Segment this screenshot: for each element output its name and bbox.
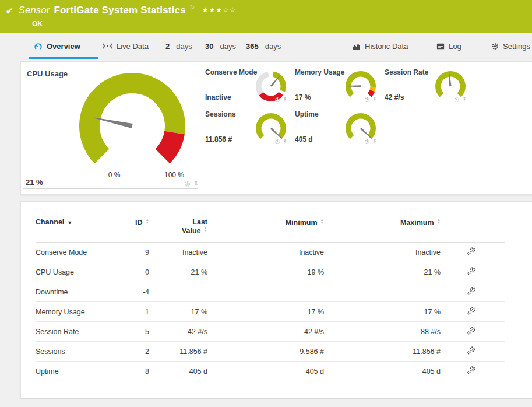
tab-365-days[interactable]: 365days	[246, 36, 281, 56]
panel-title: Conserve Mode	[205, 68, 257, 76]
sort-icon: ▲▼	[204, 226, 207, 232]
channel-value: Inactive	[324, 243, 441, 262]
gear-icon[interactable]	[274, 97, 280, 103]
channel-name: CPU Usage	[36, 262, 132, 282]
sensor-status-header: ✔ Sensor FortiGate System Statistics ⚐ ★…	[0, 0, 532, 33]
table-header-row: Channel▼ID▲▼LastValue▲▼Minimum▲▼Maximum▲…	[36, 213, 505, 243]
sensor-title: FortiGate System Statistics	[54, 5, 185, 16]
tab-overview[interactable]: Overview	[29, 36, 98, 56]
panel-title: CPU Usage	[27, 69, 68, 78]
channel-name: Uptime	[36, 362, 132, 381]
panel-value: 405 d	[295, 135, 313, 143]
panel-value: Inactive	[205, 93, 231, 101]
edit-channel-icon[interactable]	[467, 306, 476, 315]
channel-value: 19 %	[207, 262, 324, 282]
channel-value: 42 #/s	[149, 322, 207, 342]
channel-value: 11.856 #	[324, 342, 441, 362]
pin-icon[interactable]	[193, 181, 199, 187]
channel-value: 17 %	[324, 302, 441, 322]
channel-value: 17 %	[149, 302, 207, 322]
panel-conserve-mode: Conserve ModeInactive	[203, 64, 290, 106]
gear-icon[interactable]	[454, 97, 460, 103]
channel-value: 8	[132, 362, 149, 381]
gear-icon[interactable]	[274, 139, 280, 145]
channel-value: 88 #/s	[324, 322, 441, 342]
column-header-actions	[441, 213, 505, 243]
channel-value	[149, 282, 207, 302]
panel-uptime: Uptime405 d	[293, 106, 379, 148]
panel-title: Session Rate	[385, 68, 428, 76]
column-header-channel[interactable]: Channel▼	[36, 213, 132, 243]
panel-value: 11.856 #	[205, 135, 232, 143]
pin-icon[interactable]	[372, 139, 377, 145]
tab-live-data[interactable]: Live Data	[103, 36, 149, 56]
pin-icon[interactable]	[462, 97, 467, 103]
tab-historic-data[interactable]: Historic Data	[352, 36, 408, 56]
gear-icon	[491, 43, 499, 50]
channel-name: Memory Usage	[36, 302, 132, 322]
column-header-id[interactable]: ID▲▼	[132, 213, 149, 243]
edit-channel-icon[interactable]	[467, 346, 476, 355]
channel-value: 11.856 #	[149, 342, 207, 362]
channel-value: 405 d	[324, 362, 441, 381]
column-header-lastvalue[interactable]: LastValue▲▼	[149, 213, 207, 243]
tab-settings[interactable]: Settings	[491, 36, 530, 56]
gauge-max-label: 100 %	[160, 171, 189, 179]
channel-value: 17 %	[207, 302, 324, 322]
channel-value: 1	[132, 302, 149, 322]
channel-value: 0	[132, 262, 149, 282]
channel-value: 2	[132, 342, 149, 362]
pin-icon[interactable]	[372, 97, 377, 103]
channel-name: Downtime	[36, 282, 132, 302]
sort-icon: ▲▼	[437, 218, 441, 224]
channel-value	[324, 282, 441, 302]
status-badge: OK	[32, 20, 43, 28]
gear-icon[interactable]	[364, 97, 370, 103]
priority-flag-icon[interactable]: ⚐	[189, 4, 195, 12]
object-kind-label: Sensor	[19, 5, 50, 16]
panel-title: Sessions	[205, 110, 236, 118]
priority-stars[interactable]: ★★★☆☆	[202, 6, 237, 14]
tab-2-days[interactable]: 2days	[165, 36, 192, 56]
channel-value: 405 d	[149, 362, 207, 381]
column-header-maximum[interactable]: Maximum▲▼	[324, 213, 441, 243]
gauges-card: CPU Usage 0 % 100 % 21 % Conserve ModeIn…	[20, 61, 532, 195]
sort-desc-icon: ▼	[67, 220, 72, 226]
chart-icon	[352, 43, 361, 50]
edit-channel-icon[interactable]	[467, 266, 476, 276]
table-row-conserve-mode: Conserve Mode9InactiveInactiveInactive	[36, 243, 505, 262]
channel-value: 21 %	[149, 262, 207, 282]
panel-sessions: Sessions11.856 #	[203, 106, 290, 148]
table-row-uptime: Uptime8405 d405 d405 d	[36, 362, 505, 381]
column-header-minimum[interactable]: Minimum▲▼	[207, 213, 324, 243]
sort-icon: ▲▼	[320, 218, 324, 224]
channel-value: 42 #/s	[207, 322, 324, 342]
tab-label: Log	[449, 42, 461, 51]
channel-name: Session Rate	[36, 322, 132, 342]
table-row-session-rate: Session Rate542 #/s42 #/s88 #/s	[36, 322, 505, 342]
tab-label: Settings	[503, 42, 530, 51]
edit-channel-icon[interactable]	[467, 326, 476, 335]
gear-icon[interactable]	[364, 139, 370, 145]
channel-name: Conserve Mode	[36, 243, 132, 262]
tab-log[interactable]: Log	[436, 36, 461, 56]
edit-channel-icon[interactable]	[467, 286, 476, 296]
table-row-sessions: Sessions211.856 #9.586 #11.856 #	[36, 342, 505, 362]
channel-value: 21 %	[324, 262, 441, 282]
channels-table: Channel▼ID▲▼LastValue▲▼Minimum▲▼Maximum▲…	[36, 213, 505, 381]
tab-bar: Overview Live Data 2days 30days 365days …	[0, 33, 532, 59]
channel-value: Inactive	[207, 243, 324, 262]
edit-channel-icon[interactable]	[467, 366, 476, 375]
broadcast-icon	[103, 42, 112, 50]
panel-memory-usage: Memory Usage17 %	[293, 64, 379, 106]
sort-icon: ▲▼	[146, 218, 149, 224]
gear-icon[interactable]	[184, 181, 191, 187]
tab-30-days[interactable]: 30days	[205, 36, 236, 56]
panel-value: 42 #/s	[385, 93, 404, 101]
tab-label: Overview	[47, 42, 80, 51]
channel-name: Sessions	[36, 342, 132, 362]
edit-channel-icon[interactable]	[467, 247, 476, 256]
pin-icon[interactable]	[283, 139, 287, 145]
pin-icon[interactable]	[283, 97, 287, 103]
panel-title: Uptime	[295, 110, 319, 118]
